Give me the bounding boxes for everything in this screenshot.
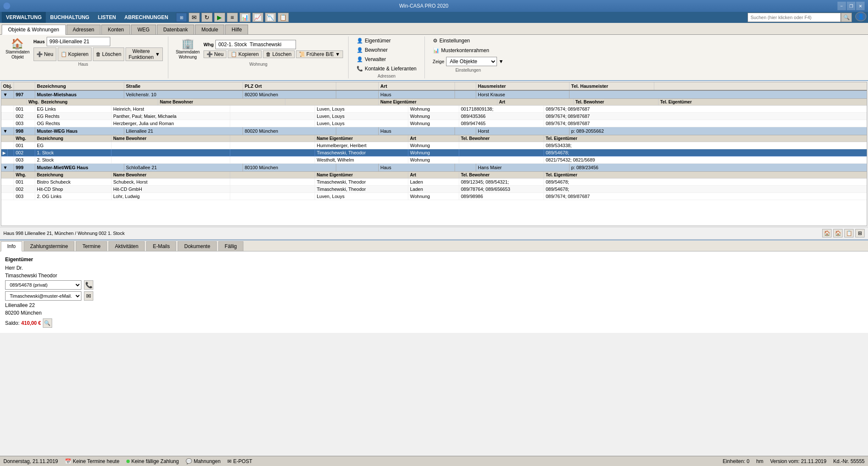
col-empty3 (654, 82, 739, 90)
email-button[interactable]: ✉ (84, 291, 93, 301)
tab-module[interactable]: Module (195, 25, 224, 34)
unit-row-999-002[interactable]: 002 Hit-CD Shop Hit-CD GmbH Timaschewski… (1, 186, 867, 193)
verwalter-button[interactable]: 👤 Verwalter (354, 55, 419, 64)
whg-kopieren-button[interactable]: 📋 Kopieren (228, 50, 262, 58)
bld-997-expand[interactable]: ▼ (1, 91, 14, 98)
user-button[interactable]: 👤 (855, 12, 866, 21)
menu-buchhaltung[interactable]: BUCHHALTUNG (46, 12, 93, 23)
toolbar-btn-1[interactable]: ⊞ (176, 13, 187, 22)
haus-kopieren-button[interactable]: 📋 Kopieren (58, 47, 92, 61)
unit-row-998-003[interactable]: 003 2. Stock Westholt, Wilhelm Wohnung 0… (1, 156, 867, 164)
info-tab-aktivitaeten[interactable]: Aktivitäten (109, 241, 145, 251)
window-controls: − ❐ ✕ (837, 2, 865, 10)
copy-icon2: 📋 (231, 51, 237, 57)
close-button[interactable]: ✕ (856, 2, 865, 10)
telefon-select[interactable]: 089/54678 (privat) (5, 280, 81, 290)
panel-icon-3[interactable]: 📋 (844, 229, 854, 237)
tab-adressen[interactable]: Adressen (67, 25, 101, 34)
panel-icon-1[interactable]: 🏠 (822, 229, 832, 237)
menu-listen[interactable]: LISTEN (94, 12, 120, 23)
bld-997-empty2 (455, 91, 476, 98)
bewohner-button[interactable]: 👤 Bewohner (354, 46, 419, 54)
unit-row-997-002[interactable]: 002 EG Rechts Panther, Paul; Maier, Mich… (1, 113, 867, 120)
musterkontenrahmen-button[interactable]: 📊 Musterkontenrahmen (430, 46, 506, 55)
bld-998-hm: Horst (476, 127, 569, 135)
zeige-select[interactable]: Alle Objekte (446, 57, 497, 66)
col-tel-hm: Tel. Hausmeister (569, 82, 654, 90)
toolbar-btn-6[interactable]: 📊 (240, 13, 251, 22)
zeige-chevron-icon: ▼ (499, 59, 504, 64)
unit-row-998-001[interactable]: 001 EG Hummelberger, Heribert Wohnung 08… (1, 142, 867, 149)
info-tab-dokumente[interactable]: Dokumente (178, 241, 216, 251)
stammdaten-objekt-button[interactable]: 🏠 StammdatenObjekt (3, 36, 32, 61)
info-tab-termine[interactable]: Termine (76, 241, 107, 251)
haus-neu-button[interactable]: ➕ Neu (33, 47, 56, 61)
status-hm: hm (756, 458, 764, 464)
bld-998-expand[interactable]: ▼ (1, 127, 14, 135)
building-row-997[interactable]: ▼ 997 Muster-Mietshaus Veilchenstr. 10 8… (1, 91, 867, 99)
tab-weg[interactable]: WEG (131, 25, 156, 34)
search-button[interactable]: 🔍 (841, 13, 852, 22)
toolbar-btn-2[interactable]: ✉ (189, 13, 200, 22)
unit-row-998-002-selected[interactable]: ▶ 002 1. Stock Timaschewski, Theodor Woh… (1, 149, 867, 156)
panel-icon-4[interactable]: ⊞ (855, 229, 865, 237)
haus-loeschen-button[interactable]: 🗑 Löschen (93, 47, 124, 61)
unit-row-997-003[interactable]: 003 OG Rechts Herzberger, Julia und Roma… (1, 120, 867, 127)
info-tab-info[interactable]: Info (1, 241, 22, 251)
haus-label: Haus (33, 39, 45, 44)
info-tab-emails[interactable]: E-Mails (146, 241, 176, 251)
tab-konten[interactable]: Konten (101, 25, 130, 34)
toolbar-btn-5[interactable]: ≡ (227, 13, 238, 22)
weitere-funktionen-button[interactable]: WeitereFunktionen ▼ (126, 47, 163, 61)
restore-button[interactable]: ❐ (847, 2, 855, 10)
settings-icon: ⚙ (433, 38, 438, 44)
musterkonten-icon: 📊 (433, 47, 439, 53)
unit-row-999-003[interactable]: 003 2. OG Links Lohr, Ludwig Luven, Louy… (1, 193, 867, 200)
tab-objekte-wohnungen[interactable]: Objekte & Wohnungen (2, 25, 66, 35)
building-row-999[interactable]: ▼ 999 Muster-Miet/WEG Haus Schloßallee 2… (1, 164, 867, 172)
whg-neu-button[interactable]: ➕ Neu (204, 50, 226, 58)
tab-hilfe[interactable]: Hilfe (225, 25, 248, 34)
minimize-button[interactable]: − (837, 2, 846, 10)
fruehere-be-button[interactable]: 📜 Frühere B/E ▼ (296, 50, 343, 58)
kontakte-button[interactable]: 📞 Kontakte & Lieferanten (354, 64, 419, 73)
unit-row-999-001[interactable]: 001 Bistro Schubeck Schubeck, Horst Tima… (1, 179, 867, 186)
bld-997-name: Muster-Mietshaus (35, 91, 124, 98)
toolbar-btn-9[interactable]: 📋 (278, 13, 289, 22)
menu-bar: VERWALTUNG BUCHHALTUNG LISTEN ABRECHNUNG… (0, 12, 868, 23)
menu-verwaltung[interactable]: VERWALTUNG (2, 12, 46, 23)
bld-999-expand[interactable]: ▼ (1, 164, 14, 171)
sub-h-bewohner: Name Bewohner (158, 99, 285, 105)
search-input[interactable] (748, 13, 841, 22)
email-select[interactable]: Timaschewski@muster-eMail.de (5, 291, 81, 301)
nav-tabs: Objekte & Wohnungen Adressen Konten WEG … (0, 23, 868, 35)
unit-row-997-001[interactable]: 001 EG Links Heinrich, Horst Luven, Louy… (1, 106, 867, 113)
status-kd-nr: Kd.-Nr. 55555 (833, 458, 865, 464)
toolbar-btn-7[interactable]: 📈 (252, 13, 263, 22)
panel-icon-2[interactable]: 🏠 (833, 229, 843, 237)
zahlung-value: Keine fällige Zahlung (131, 458, 179, 464)
eigentuemer-button[interactable]: 👤 Eigentümer (354, 36, 419, 45)
toolbar-btn-3[interactable]: ↻ (201, 13, 212, 22)
toolbar-btn-8[interactable]: 📉 (265, 13, 276, 22)
kontakte-icon: 📞 (357, 66, 363, 72)
menu-abrechnungen[interactable]: ABRECHNUNGEN (120, 12, 172, 23)
bld-999-hm: Hans Maier (476, 164, 569, 171)
bld-997-art: Haus (379, 91, 455, 98)
info-tab-zahlungstermine[interactable]: Zahlungstermine (24, 241, 74, 251)
whg-input[interactable] (215, 40, 296, 49)
col-obj: Obj. (1, 82, 14, 90)
stammdaten-wohnung-button[interactable]: 🏢 StammdatenWohnung (173, 36, 202, 61)
whg-loeschen-button[interactable]: 🗑 Löschen (263, 50, 294, 58)
einstellungen-button[interactable]: ⚙ Einstellungen (430, 36, 506, 45)
toolbar-btn-4[interactable]: ▶ (214, 13, 225, 22)
info-tab-faellig[interactable]: Fällig (218, 241, 243, 251)
epost-value: E-POST (233, 458, 252, 464)
call-button[interactable]: 📞 (84, 280, 93, 290)
bld-998-empty2 (455, 127, 476, 135)
haus-input[interactable] (47, 37, 110, 46)
building-row-998[interactable]: ▼ 998 Muster-WEG Haus Lilienallee 21 800… (1, 127, 867, 135)
tab-datenbank[interactable]: Datenbank (157, 25, 194, 34)
saldo-search-button[interactable]: 🔍 (43, 318, 52, 328)
bld-998-name: Muster-WEG Haus (35, 127, 124, 135)
